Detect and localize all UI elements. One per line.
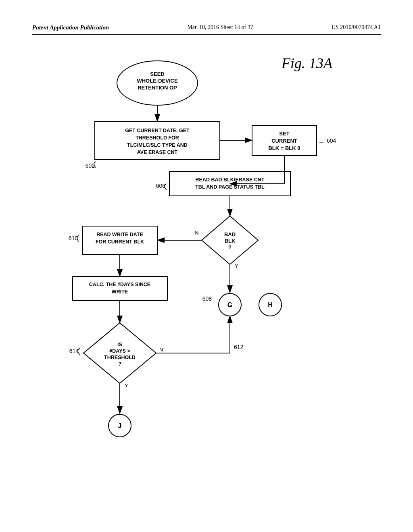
label-604: 604 <box>327 137 336 144</box>
svg-rect-14 <box>73 276 167 301</box>
seed-text2: WHOLE-DEVICE <box>137 78 177 84</box>
is-days-y-label: Y <box>125 382 128 389</box>
label-606: 606 <box>156 183 166 189</box>
label-612: 612 <box>234 344 244 350</box>
get-current-text4: AVE ERASE CNT <box>137 150 178 155</box>
is-days-text1: IS <box>117 342 122 347</box>
set-current-text2: CURRENT <box>271 138 297 144</box>
page-header: Patent Application Publication Mar. 10, … <box>32 24 381 35</box>
is-days-n-label: N <box>159 347 163 353</box>
label-614: 614 <box>69 348 79 354</box>
read-bad-text2: TBL AND PAGE STATUS TBL <box>195 184 265 190</box>
publication-label: Patent Application Publication <box>32 24 109 31</box>
is-days-text4: ? <box>118 361 121 367</box>
set-current-text3: BLK = BLK 0 <box>268 145 300 151</box>
is-days-text2: #DAYS > <box>109 348 130 354</box>
sheet-info: Mar. 10, 2016 Sheet 14 of 37 <box>187 24 253 31</box>
j-circle-text: J <box>118 422 122 429</box>
g-circle-text: G <box>227 301 232 308</box>
label-602: 602 <box>86 162 95 169</box>
bad-blk-text3: ? <box>228 244 232 250</box>
label-610: 610 <box>69 235 78 241</box>
is-days-text3: THRESHOLD <box>104 355 136 360</box>
page: Patent Application Publication Mar. 10, … <box>0 0 413 532</box>
label-608: 608 <box>202 295 212 302</box>
bad-blk-text2: BLK <box>225 238 236 244</box>
diagram-container: Fig. 13A SEED WHOLE-DEVICE RETENTION OP … <box>32 43 381 510</box>
bad-blk-n-label: N <box>195 230 198 236</box>
patent-number: US 2016/0070474 A1 <box>332 24 381 31</box>
bad-blk-text1: BAD <box>224 231 236 237</box>
get-current-text1: GET CURRENT DATE, GET <box>125 128 190 133</box>
get-current-text2: THRESHOLD FOR <box>136 135 179 141</box>
bad-blk-y-label: Y <box>235 263 238 269</box>
calc-days-text2: WRITE <box>112 289 128 295</box>
calc-days-text1: CALC. THE #DAYS SINCE <box>89 282 150 287</box>
read-write-text1: READ WRITE DATE <box>96 232 143 237</box>
flowchart-svg: SEED WHOLE-DEVICE RETENTION OP GET CURRE… <box>32 43 381 510</box>
seed-text3: RETENTION OP <box>138 85 177 91</box>
seed-text: SEED <box>150 71 164 77</box>
read-bad-text1: READ BAD BLK/ERASE CNT <box>196 177 265 183</box>
set-current-text1: SET <box>279 131 289 137</box>
get-current-text3: TLC/MLC/SLC TYPE AND <box>127 142 188 148</box>
h-circle-text: H <box>268 301 273 308</box>
read-write-text2: FOR CURRENT BLK <box>96 239 144 245</box>
